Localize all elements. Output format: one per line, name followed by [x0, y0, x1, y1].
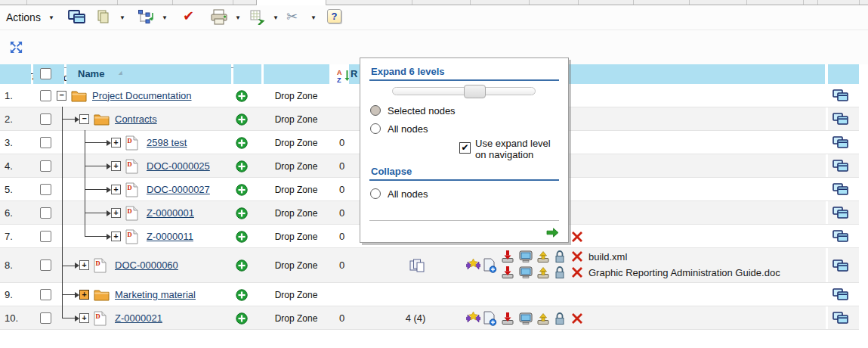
- name-link[interactable]: Contracts: [115, 113, 157, 125]
- add-content-icon[interactable]: [236, 137, 248, 149]
- tree-toggle-plus[interactable]: +: [79, 290, 89, 300]
- workflow-icon[interactable]: [137, 8, 156, 26]
- delete-icon[interactable]: [570, 250, 584, 263]
- download-icon[interactable]: [500, 250, 515, 263]
- actions-menu[interactable]: Actions: [6, 11, 41, 23]
- upload-icon[interactable]: [536, 250, 551, 263]
- tree-toggle-minus[interactable]: −: [79, 114, 89, 124]
- view-icon[interactable]: [518, 312, 533, 325]
- tree-toggle-plus[interactable]: +: [111, 231, 121, 241]
- delete-icon[interactable]: [570, 266, 584, 278]
- name-link[interactable]: 2598 test: [147, 137, 187, 148]
- chevron-down-icon[interactable]: ▼: [273, 15, 279, 21]
- drop-zone[interactable]: Drop Zone: [262, 290, 330, 300]
- select-all-checkbox[interactable]: [40, 68, 51, 79]
- row-checkbox[interactable]: [40, 137, 51, 148]
- add-content-icon[interactable]: [236, 231, 248, 243]
- drop-zone[interactable]: Drop Zone: [262, 208, 330, 219]
- tree-toggle-plus[interactable]: +: [111, 185, 121, 194]
- chevron-down-icon[interactable]: ▼: [119, 15, 125, 21]
- window-icon[interactable]: [832, 230, 849, 243]
- row-checkbox[interactable]: [40, 207, 51, 219]
- lock-icon[interactable]: [554, 250, 566, 263]
- window-icon[interactable]: [832, 288, 849, 301]
- drop-zone[interactable]: Drop Zone: [262, 231, 330, 242]
- fit-expand-icon[interactable]: [9, 40, 23, 54]
- radio-selected-nodes[interactable]: [370, 105, 381, 116]
- chevron-down-icon[interactable]: ▼: [48, 15, 54, 21]
- drop-zone[interactable]: Drop Zone: [262, 260, 330, 271]
- lock-icon[interactable]: [554, 266, 566, 279]
- row-checkbox[interactable]: [40, 90, 51, 101]
- transform-icon[interactable]: [465, 258, 481, 273]
- add-content-icon[interactable]: [236, 207, 248, 219]
- drop-zone[interactable]: Drop Zone: [262, 114, 330, 125]
- radio-all-nodes[interactable]: [370, 123, 381, 134]
- window-icon[interactable]: [832, 113, 849, 126]
- row-checkbox[interactable]: [40, 312, 51, 324]
- add-content-icon[interactable]: [236, 312, 248, 325]
- row-checkbox[interactable]: [40, 289, 51, 300]
- tree-toggle-plus[interactable]: +: [111, 161, 121, 171]
- printer-icon[interactable]: [210, 9, 229, 25]
- name-link[interactable]: Marketing material: [115, 289, 196, 300]
- apply-arrow-icon[interactable]: [545, 227, 560, 238]
- drop-zone[interactable]: Drop Zone: [262, 138, 330, 148]
- add-doc-icon[interactable]: [483, 311, 497, 326]
- name-link[interactable]: DOC-0000027: [147, 184, 210, 195]
- tree-toggle-plus[interactable]: +: [79, 260, 89, 270]
- name-link[interactable]: Project Documentation: [92, 90, 192, 101]
- chevron-down-icon[interactable]: ▼: [310, 15, 317, 21]
- use-expand-level-checkbox[interactable]: ✔: [459, 142, 471, 154]
- add-content-icon[interactable]: [236, 289, 248, 301]
- window-icon[interactable]: [832, 207, 849, 219]
- upload-icon[interactable]: [536, 312, 551, 325]
- transform-icon[interactable]: [465, 311, 481, 326]
- upload-icon[interactable]: [536, 266, 551, 279]
- window-icon[interactable]: [68, 10, 86, 24]
- download-icon[interactable]: [500, 266, 515, 279]
- export-table-icon[interactable]: [249, 9, 265, 25]
- help-icon[interactable]: ?: [327, 9, 341, 23]
- tree-toggle-plus[interactable]: +: [79, 313, 89, 323]
- name-link[interactable]: DOC-0000060: [115, 259, 178, 271]
- name-link[interactable]: DOC-0000025: [147, 160, 210, 172]
- lock-icon[interactable]: [554, 312, 566, 325]
- delete-icon[interactable]: [570, 312, 584, 325]
- tree-toggle-plus[interactable]: +: [111, 208, 121, 218]
- row-checkbox[interactable]: [40, 231, 51, 242]
- name-link[interactable]: Z-0000001: [147, 207, 194, 219]
- name-link[interactable]: Z-0000011: [147, 231, 193, 242]
- chevron-down-icon[interactable]: ▼: [235, 15, 241, 21]
- expand-level-slider[interactable]: [392, 87, 536, 95]
- validate-check-icon[interactable]: ✔: [183, 8, 194, 24]
- slider-thumb[interactable]: [464, 85, 486, 98]
- add-content-icon[interactable]: [236, 259, 248, 272]
- drop-zone[interactable]: Drop Zone: [262, 91, 330, 101]
- header-name[interactable]: Name ▲: [66, 64, 231, 84]
- row-checkbox[interactable]: [40, 259, 51, 271]
- drop-zone[interactable]: Drop Zone: [262, 161, 330, 172]
- view-icon[interactable]: [518, 250, 533, 263]
- add-doc-icon[interactable]: [483, 258, 497, 273]
- radio-collapse-all-nodes[interactable]: [370, 188, 381, 199]
- row-checkbox[interactable]: [40, 160, 51, 172]
- tree-toggle-minus[interactable]: −: [57, 91, 66, 101]
- window-icon[interactable]: [832, 259, 849, 272]
- add-content-icon[interactable]: [236, 113, 248, 126]
- tools-icon[interactable]: ✂: [286, 8, 298, 25]
- window-icon[interactable]: [832, 89, 849, 102]
- window-icon[interactable]: [832, 312, 849, 325]
- view-icon[interactable]: [518, 266, 533, 279]
- row-checkbox[interactable]: [40, 184, 51, 195]
- window-icon[interactable]: [832, 183, 849, 196]
- tree-toggle-plus[interactable]: +: [111, 138, 121, 148]
- add-content-icon[interactable]: [236, 184, 248, 196]
- window-icon[interactable]: [832, 160, 849, 172]
- download-icon[interactable]: [500, 312, 515, 325]
- drop-zone[interactable]: Drop Zone: [262, 313, 330, 324]
- window-icon[interactable]: [832, 136, 849, 149]
- row-checkbox[interactable]: [40, 113, 51, 125]
- copy-icon[interactable]: [96, 9, 111, 25]
- chevron-down-icon[interactable]: ▼: [162, 15, 168, 21]
